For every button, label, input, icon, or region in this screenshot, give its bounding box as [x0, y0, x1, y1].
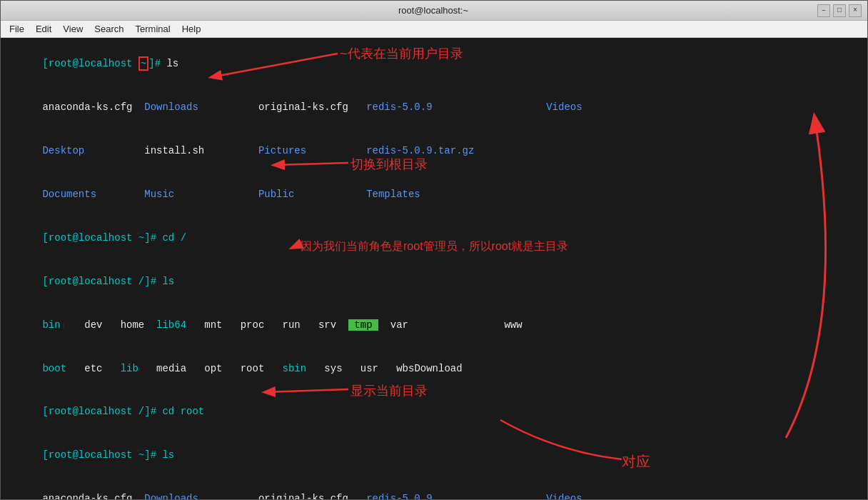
close-button[interactable]: × [849, 4, 862, 17]
terminal-line-8: boot etc lib media opt root sbin sys usr… [6, 346, 862, 390]
terminal-line-11: anaconda-ks.cfg Downloads original-ks.cf… [6, 477, 862, 499]
terminal-line-7: bin dev home lib64 mnt proc run srv tmp … [6, 303, 862, 346]
menu-view[interactable]: View [57, 22, 89, 36]
terminal-line-9: [root@localhost /]# cd root [6, 390, 862, 434]
menu-help[interactable]: Help [176, 22, 207, 36]
menu-file[interactable]: File [4, 22, 30, 36]
terminal-line-10: [root@localhost ~]# ls [6, 434, 862, 477]
terminal-line-1: [root@localhost ~]# ls [6, 42, 862, 86]
menu-edit[interactable]: Edit [30, 22, 57, 36]
minimize-button[interactable]: – [817, 4, 830, 17]
menubar: File Edit View Search Terminal Help [1, 21, 867, 38]
window-title: root@localhost:~ [49, 5, 817, 16]
menu-search[interactable]: Search [89, 22, 129, 36]
terminal-line-4: Documents Music Public Templates [6, 173, 862, 216]
terminal-line-6: [root@localhost /]# ls [6, 259, 862, 303]
terminal-line-3: Desktop install.sh Pictures redis-5.0.9.… [6, 129, 862, 173]
menu-terminal[interactable]: Terminal [130, 22, 176, 36]
terminal-line-2: anaconda-ks.cfg Downloads original-ks.cf… [6, 86, 862, 129]
titlebar: root@localhost:~ – □ × [1, 1, 867, 21]
terminal-body[interactable]: [root@localhost ~]# ls anaconda-ks.cfg D… [1, 38, 867, 499]
terminal-window: root@localhost:~ – □ × File Edit View Se… [0, 0, 868, 500]
terminal-line-5: [root@localhost ~]# cd / [6, 216, 862, 260]
window-controls[interactable]: – □ × [817, 4, 862, 17]
maximize-button[interactable]: □ [833, 4, 846, 17]
